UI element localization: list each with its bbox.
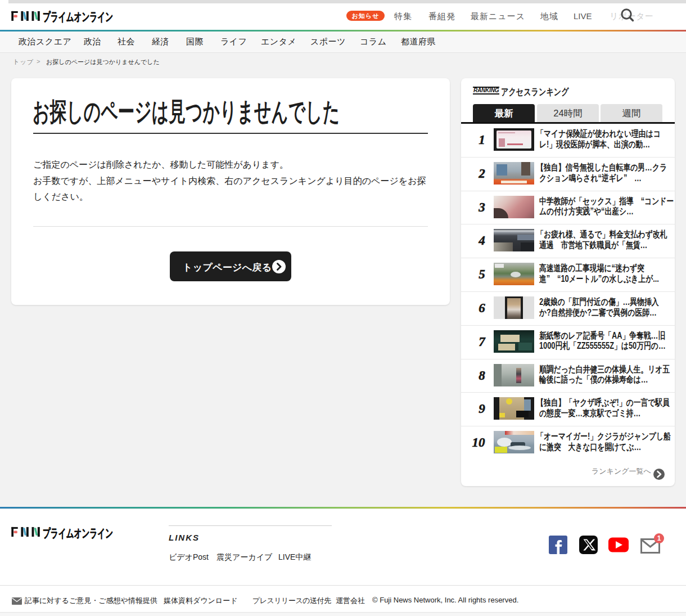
- svg-text:1: 1: [657, 534, 661, 542]
